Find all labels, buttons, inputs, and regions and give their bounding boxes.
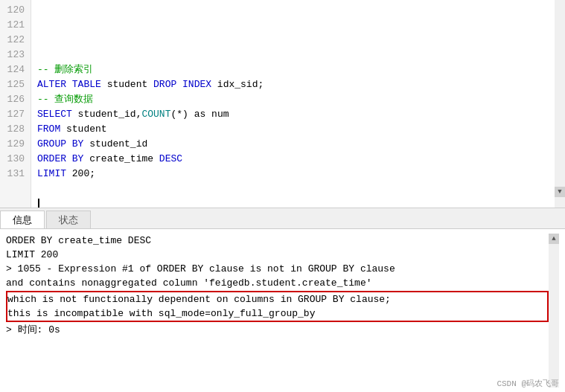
code-content[interactable]: -- 删除索引ALTER TABLE student DROP INDEX id…	[31, 0, 555, 208]
cursor	[38, 199, 39, 208]
code-line-126: GROUP BY student_id	[37, 137, 549, 152]
scroll-up-arrow[interactable]: ▲	[549, 234, 559, 244]
output-line: LIMIT 200	[6, 248, 549, 262]
line-number-123: 123	[0, 48, 31, 62]
output-line: > 时间: 0s	[6, 323, 549, 337]
line-number-125: 125	[0, 77, 31, 92]
code-line-122: ALTER TABLE student DROP INDEX idx_sid;	[37, 77, 549, 92]
line-number-121: 121	[0, 18, 31, 33]
tab-info[interactable]: 信息	[0, 211, 45, 228]
line-number-127: 127	[0, 107, 31, 122]
vertical-scrollbar[interactable]: ▼	[555, 0, 565, 208]
line-number-120: 120	[0, 3, 31, 18]
code-line-123: -- 查询数据	[37, 92, 549, 107]
code-line-125: FROM student	[37, 122, 549, 137]
line-number-129: 129	[0, 137, 31, 152]
tab-bar: 信息 状态	[0, 208, 565, 229]
code-line-120	[37, 48, 549, 62]
code-line-128: LIMIT 200;	[37, 167, 549, 181]
line-number-126: 126	[0, 92, 31, 107]
code-line-124: SELECT student_id,COUNT(*) as num	[37, 107, 549, 122]
code-line-121: -- 删除索引	[37, 62, 549, 77]
watermark: CSDN @码农飞哥	[497, 378, 559, 389]
output-line: ORDER BY create_time DESC	[6, 234, 549, 248]
output-content: ORDER BY create_time DESCLIMIT 200> 1055…	[6, 234, 549, 388]
line-number-124: 124	[0, 62, 31, 77]
error-line: this is incompatible with sql_mode=only_…	[7, 306, 547, 321]
line-number-122: 122	[0, 33, 31, 48]
error-box: which is not functionally dependent on c…	[6, 291, 549, 322]
code-line-130	[37, 196, 549, 208]
error-line: which is not functionally dependent on c…	[7, 292, 547, 306]
code-line-127: ORDER BY create_time DESC	[37, 152, 549, 167]
line-numbers: 120121122123124125126127128129130131	[0, 0, 31, 208]
scroll-down-arrow[interactable]: ▼	[555, 187, 565, 197]
output-area: ORDER BY create_time DESCLIMIT 200> 1055…	[0, 229, 565, 392]
code-editor: 120121122123124125126127128129130131 -- …	[0, 0, 565, 208]
line-number-130: 130	[0, 152, 31, 167]
tab-status[interactable]: 状态	[46, 211, 91, 228]
output-scrollbar[interactable]: ▲	[549, 234, 559, 388]
line-number-131: 131	[0, 167, 31, 181]
output-line: and contains nonaggregated column 'feige…	[6, 276, 549, 290]
code-line-129	[37, 181, 549, 196]
line-number-128: 128	[0, 122, 31, 137]
output-line: > 1055 - Expression #1 of ORDER BY claus…	[6, 262, 549, 276]
